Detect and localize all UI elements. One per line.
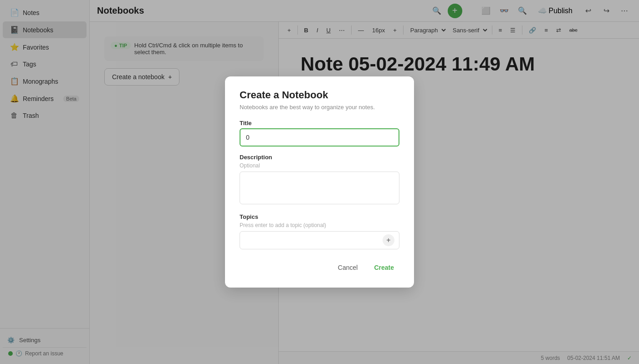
modal-title: Create a Notebook <box>240 89 399 101</box>
title-field-label: Title <box>240 120 399 126</box>
description-field-label: Description <box>240 154 399 161</box>
topics-hint-label: Press enter to add a topic (optional) <box>240 222 399 228</box>
create-button[interactable]: Create <box>368 260 399 275</box>
modal-subtitle: Notebooks are the best way to organize y… <box>240 104 399 111</box>
modal-overlay[interactable]: Create a Notebook Notebooks are the best… <box>0 0 639 364</box>
cancel-button[interactable]: Cancel <box>332 260 363 275</box>
topics-input[interactable] <box>245 237 383 244</box>
topics-input-row: + <box>240 231 399 249</box>
title-input[interactable] <box>240 128 399 147</box>
description-input[interactable] <box>240 172 399 204</box>
description-optional-label: Optional <box>240 162 399 169</box>
modal-actions: Cancel Create <box>240 260 399 275</box>
create-notebook-modal: Create a Notebook Notebooks are the best… <box>225 76 414 288</box>
topics-field-label: Topics <box>240 213 399 220</box>
topics-add-button[interactable]: + <box>383 234 394 246</box>
